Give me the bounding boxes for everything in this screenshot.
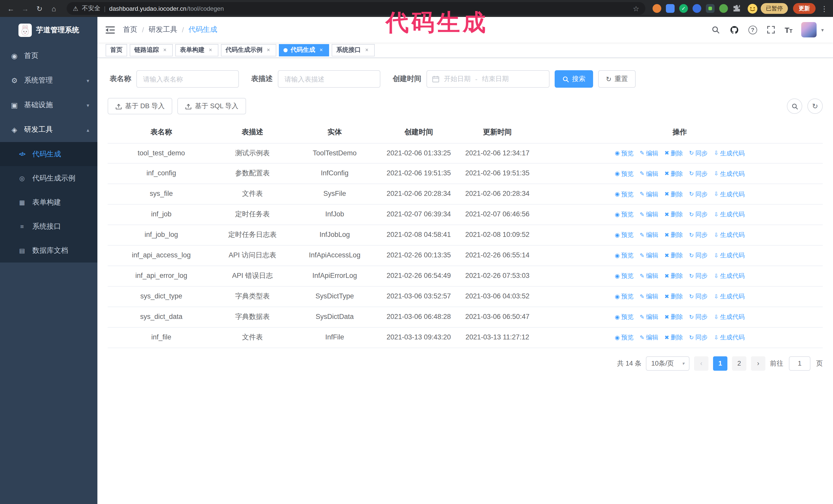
next-page-button[interactable]: › xyxy=(751,356,765,370)
close-icon[interactable]: × xyxy=(318,47,325,53)
row-action-preview[interactable]: ◉预览 xyxy=(615,333,633,342)
fox-extension-icon[interactable] xyxy=(652,4,661,13)
row-action-generate-code[interactable]: ⇩生成代码 xyxy=(714,169,744,178)
reload-icon[interactable]: ↻ xyxy=(34,3,45,14)
row-action-delete[interactable]: ✖删除 xyxy=(664,271,683,281)
row-action-generate-code[interactable]: ⇩生成代码 xyxy=(714,271,744,281)
github-icon[interactable] xyxy=(729,25,739,35)
row-action-preview[interactable]: ◉预览 xyxy=(615,312,633,322)
row-action-edit[interactable]: ✎编辑 xyxy=(640,169,658,178)
tab-codegen-example[interactable]: 代码生成示例× xyxy=(221,44,276,56)
prev-page-button[interactable]: ‹ xyxy=(694,356,709,370)
row-action-preview[interactable]: ◉预览 xyxy=(615,148,633,158)
sidebar-item-infra[interactable]: ▣ 基础设施 ▾ xyxy=(0,93,97,117)
dark-extension-icon[interactable] xyxy=(706,4,715,13)
row-action-sync[interactable]: ↻同步 xyxy=(689,231,708,240)
row-action-sync[interactable]: ↻同步 xyxy=(689,312,708,322)
row-action-delete[interactable]: ✖删除 xyxy=(664,148,683,158)
sidebar-item-devtools[interactable]: ◈ 研发工具 ▴ xyxy=(0,117,97,142)
import-sql-button[interactable]: 基于 SQL 导入 xyxy=(177,98,246,114)
row-action-edit[interactable]: ✎编辑 xyxy=(640,292,658,301)
user-avatar[interactable] xyxy=(801,22,816,38)
row-action-edit[interactable]: ✎编辑 xyxy=(640,210,658,219)
row-action-edit[interactable]: ✎编辑 xyxy=(640,271,658,281)
table-desc-input[interactable] xyxy=(278,70,380,88)
row-action-generate-code[interactable]: ⇩生成代码 xyxy=(714,231,744,240)
row-action-edit[interactable]: ✎编辑 xyxy=(640,148,658,158)
row-action-delete[interactable]: ✖删除 xyxy=(664,312,683,322)
address-bar[interactable]: ⚠ 不安全 | dashboard.yudao.iocoder.cn /tool… xyxy=(67,2,645,15)
row-action-sync[interactable]: ↻同步 xyxy=(689,169,708,178)
sidebar-item-system[interactable]: ⚙ 系统管理 ▾ xyxy=(0,68,97,93)
row-action-sync[interactable]: ↻同步 xyxy=(689,251,708,261)
extensions-puzzle-icon[interactable] xyxy=(733,4,741,13)
row-action-generate-code[interactable]: ⇩生成代码 xyxy=(714,210,744,219)
page-button-2[interactable]: 2 xyxy=(732,356,746,370)
search-icon[interactable] xyxy=(710,25,720,35)
breadcrumb-home[interactable]: 首页 xyxy=(123,25,137,34)
bookmark-star-icon[interactable]: ☆ xyxy=(633,4,639,13)
row-action-sync[interactable]: ↻同步 xyxy=(689,333,708,342)
row-action-edit[interactable]: ✎编辑 xyxy=(640,333,658,342)
search-button[interactable]: 搜索 xyxy=(555,70,593,88)
breadcrumb-devtools[interactable]: 研发工具 xyxy=(149,25,177,34)
tab-form-builder[interactable]: 表单构建× xyxy=(175,44,218,56)
row-action-generate-code[interactable]: ⇩生成代码 xyxy=(714,333,744,342)
font-size-icon[interactable]: TT xyxy=(785,25,792,34)
row-action-delete[interactable]: ✖删除 xyxy=(664,169,683,178)
row-action-generate-code[interactable]: ⇩生成代码 xyxy=(714,312,744,322)
row-action-preview[interactable]: ◉预览 xyxy=(615,231,633,240)
row-action-preview[interactable]: ◉预览 xyxy=(615,210,633,219)
import-db-button[interactable]: 基于 DB 导入 xyxy=(108,98,172,114)
row-action-delete[interactable]: ✖删除 xyxy=(664,292,683,301)
page-button-1[interactable]: 1 xyxy=(713,356,728,370)
sidebar-subitem-codegen-example[interactable]: ◎ 代码生成示例 xyxy=(0,166,97,190)
browser-menu-icon[interactable]: ⋮ xyxy=(821,4,828,13)
reset-button[interactable]: ↻ 重置 xyxy=(598,70,636,88)
row-action-edit[interactable]: ✎编辑 xyxy=(640,312,658,322)
close-icon[interactable]: × xyxy=(265,47,272,53)
chevron-down-icon[interactable]: ▾ xyxy=(821,27,824,32)
row-action-sync[interactable]: ↻同步 xyxy=(689,292,708,301)
green-check-extension-icon[interactable]: ✓ xyxy=(679,4,688,13)
row-action-generate-code[interactable]: ⇩生成代码 xyxy=(714,292,744,301)
profile-avatar-icon[interactable] xyxy=(747,3,758,14)
tab-codegen[interactable]: 代码生成× xyxy=(279,44,329,56)
goto-page-input[interactable] xyxy=(789,356,810,370)
sidebar-subitem-system-api[interactable]: ≡ 系统接口 xyxy=(0,214,97,238)
row-action-edit[interactable]: ✎编辑 xyxy=(640,251,658,261)
sidebar-subitem-codegen[interactable]: </> 代码生成 xyxy=(0,142,97,166)
tab-system-api[interactable]: 系统接口× xyxy=(332,44,375,56)
row-action-delete[interactable]: ✖删除 xyxy=(664,189,683,199)
sidebar-toggle-icon[interactable] xyxy=(104,24,116,35)
row-action-delete[interactable]: ✖删除 xyxy=(664,231,683,240)
leaf-extension-icon[interactable] xyxy=(719,4,728,13)
page-size-select[interactable]: 10条/页 ▾ xyxy=(646,356,689,370)
row-action-preview[interactable]: ◉预览 xyxy=(615,169,633,178)
forward-icon[interactable]: → xyxy=(20,3,31,14)
fullscreen-icon[interactable] xyxy=(766,25,776,35)
date-range-picker[interactable]: 开始日期 - 结束日期 xyxy=(427,70,549,88)
toggle-search-button[interactable] xyxy=(787,98,802,114)
row-action-sync[interactable]: ↻同步 xyxy=(689,210,708,219)
help-icon[interactable]: ? xyxy=(748,25,757,34)
row-action-delete[interactable]: ✖删除 xyxy=(664,210,683,219)
people-extension-icon[interactable] xyxy=(693,4,701,13)
close-icon[interactable]: × xyxy=(207,47,214,53)
sidebar-subitem-form-builder[interactable]: ▦ 表单构建 xyxy=(0,190,97,214)
row-action-delete[interactable]: ✖删除 xyxy=(664,333,683,342)
row-action-edit[interactable]: ✎编辑 xyxy=(640,231,658,240)
row-action-sync[interactable]: ↻同步 xyxy=(689,189,708,199)
update-button[interactable]: 更新 xyxy=(793,3,815,14)
close-icon[interactable]: × xyxy=(162,47,168,53)
tab-home[interactable]: 首页 xyxy=(105,44,127,56)
row-action-generate-code[interactable]: ⇩生成代码 xyxy=(714,189,744,199)
row-action-sync[interactable]: ↻同步 xyxy=(689,271,708,281)
tab-tracing[interactable]: 链路追踪× xyxy=(130,44,173,56)
row-action-generate-code[interactable]: ⇩生成代码 xyxy=(714,148,744,158)
close-icon[interactable]: × xyxy=(363,47,370,53)
row-action-preview[interactable]: ◉预览 xyxy=(615,271,633,281)
back-icon[interactable]: ← xyxy=(5,3,17,14)
row-action-preview[interactable]: ◉预览 xyxy=(615,292,633,301)
row-action-edit[interactable]: ✎编辑 xyxy=(640,189,658,199)
